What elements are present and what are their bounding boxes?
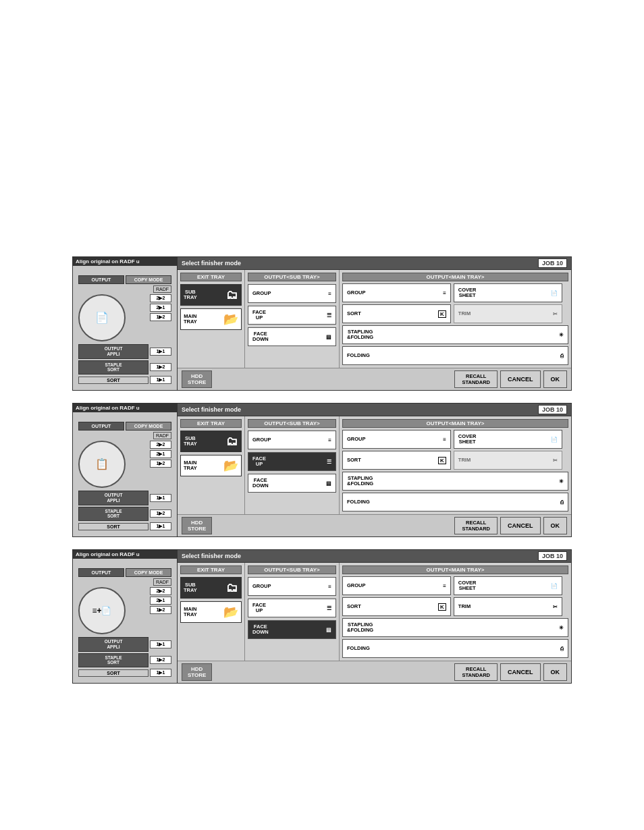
ok-btn-1[interactable]: OK (543, 370, 568, 388)
radf-row-2: RADF (78, 432, 171, 439)
counter-3-1[interactable]: 2▶2 (150, 587, 171, 595)
main-tray-btn-1[interactable]: MAIN TRAY 📂 (180, 308, 242, 330)
cover-sheet-btn-3[interactable]: COVER SHEET 📄 (454, 576, 562, 595)
trim-btn-2[interactable]: TRIM ✂ (454, 451, 562, 470)
output-appli-btn-2[interactable]: OUTPUT APPLI (78, 491, 149, 505)
sort-main-label-3: SORT (347, 604, 361, 609)
counter-3-3[interactable]: 1▶2 (150, 606, 171, 614)
group-sub-icon-3: ≡ (328, 584, 331, 590)
trim-btn-3[interactable]: TRIM ✂ (454, 597, 562, 616)
cancel-btn-2[interactable]: CANCEL (500, 517, 541, 534)
recall-standard-btn-3[interactable]: RECALL STANDARD (454, 663, 498, 681)
group-main-btn-2[interactable]: GROUP ≡ (342, 430, 451, 449)
main-tray-icon-2: 📂 (223, 458, 238, 473)
main-tray-btn-3[interactable]: MAIN TRAY 📂 (180, 601, 242, 623)
right-counters-1: 2▶2 2▶1 1▶2 (150, 294, 171, 341)
face-up-btn-2[interactable]: FACE UP ☰ (248, 452, 336, 471)
main-tray-header-2: OUTPUT<MAIN TRAY> (342, 419, 568, 428)
staple-sort-btn-3[interactable]: STAPLE SORT (78, 653, 149, 668)
counter-3-4[interactable]: 1▶1 (150, 640, 171, 648)
ok-btn-3[interactable]: OK (543, 663, 568, 681)
counter-1-2[interactable]: 2▶1 (150, 304, 171, 312)
sub-tray-header-3: OUTPUT<SUB TRAY> (248, 565, 336, 574)
cancel-btn-3[interactable]: CANCEL (500, 663, 541, 681)
hdd-store-btn-2[interactable]: HDD STORE (182, 517, 212, 534)
sort-main-btn-2[interactable]: SORT K (342, 451, 451, 470)
copy-mode-btn-2[interactable]: COPY MODE (126, 422, 171, 431)
sub-tray-btn-2[interactable]: SUB TRAY 🗂 (180, 431, 242, 452)
group-main-icon-3: ≡ (443, 583, 446, 589)
counter-2-6[interactable]: 1▶1 (150, 522, 171, 530)
circle-icon-1: 📄 (78, 294, 126, 341)
face-down-btn-1[interactable]: FACE DOWN ▤ (248, 327, 336, 346)
group-main-label-1: GROUP (347, 290, 366, 296)
group-sub-btn-2[interactable]: GROUP ≡ (248, 431, 336, 449)
counter-1-4[interactable]: 1▶1 (150, 348, 171, 356)
counter-2-4[interactable]: 1▶1 (150, 494, 171, 502)
finisher-title-2: Select finisher mode (182, 406, 241, 413)
folding-btn-2[interactable]: FOLDING ⎙ (342, 493, 568, 511)
stapling-folding-btn-1[interactable]: STAPLING &FOLDING ✳ (342, 325, 568, 344)
folding-btn-3[interactable]: FOLDING ⎙ (342, 639, 568, 658)
main-tray-btn-2[interactable]: MAIN TRAY 📂 (180, 455, 242, 476)
face-down-btn-3[interactable]: FACE DOWN ▤ (248, 620, 336, 639)
output-btn-1[interactable]: OUTPUT (78, 275, 124, 284)
output-appli-btn-1[interactable]: OUTPUT APPLI (78, 344, 149, 359)
lp-inner-2: OUTPUT COPY MODE RADF 📋 2▶2 2▶1 1▶2 (76, 420, 174, 532)
cover-sheet-label-3: COVER SHEET (458, 580, 477, 592)
ok-btn-2[interactable]: OK (543, 517, 568, 534)
group-main-btn-1[interactable]: GROUP ≡ (342, 283, 451, 302)
copy-mode-btn-3[interactable]: COPY MODE (126, 568, 171, 577)
cover-sheet-btn-2[interactable]: COVER SHEET 📄 (454, 430, 562, 449)
group-sub-btn-3[interactable]: GROUP ≡ (248, 577, 336, 596)
counter-1-5[interactable]: 1▶2 (150, 363, 171, 371)
hdd-store-btn-1[interactable]: HDD STORE (182, 370, 212, 388)
counter-3-6[interactable]: 1▶1 (150, 669, 171, 677)
counter-3-2[interactable]: 2▶1 (150, 597, 171, 605)
cancel-btn-1[interactable]: CANCEL (500, 370, 541, 388)
stapling-folding-btn-3[interactable]: STAPLING &FOLDING ✳ (342, 618, 568, 637)
trim-btn-1[interactable]: TRIM ✂ (454, 304, 562, 323)
output-btn-3[interactable]: OUTPUT (78, 568, 124, 577)
counter-2-1[interactable]: 2▶2 (150, 441, 171, 449)
group-sub-btn-1[interactable]: GROUP ≡ (248, 284, 336, 303)
counter-2-5[interactable]: 1▶2 (150, 509, 171, 518)
recall-standard-btn-1[interactable]: RECALL STANDARD (454, 370, 498, 388)
hdd-store-btn-3[interactable]: HDD STORE (182, 663, 212, 681)
recall-standard-btn-2[interactable]: RECALL STANDARD (454, 517, 498, 534)
group-main-btn-3[interactable]: GROUP ≡ (342, 576, 451, 595)
main-tray-header-1: OUTPUT<MAIN TRAY> (342, 273, 568, 281)
sort-main-btn-1[interactable]: SORT K (342, 304, 451, 323)
sub-tray-btn-3[interactable]: SUB TRAY 🗂 (180, 577, 242, 599)
main-mid-row-2: SORT K TRIM ✂ (342, 451, 568, 470)
sort-btn-3[interactable]: SORT (78, 669, 149, 677)
sort-btn-2[interactable]: SORT (78, 523, 149, 530)
sub-tray-label-2: SUB TRAY (184, 436, 197, 447)
finisher-columns-2: EXIT TRAY SUB TRAY 🗂 MAIN TRAY 📂 OUTPUT<… (178, 416, 571, 514)
folding-btn-1[interactable]: FOLDING ⎙ (342, 346, 568, 365)
counter-1-6[interactable]: 1▶1 (150, 376, 171, 384)
sub-tray-btn-1[interactable]: SUB TRAY 🗂 (180, 284, 242, 306)
copy-mode-btn-1[interactable]: COPY MODE (126, 275, 171, 284)
output-appli-btn-3[interactable]: OUTPUT APPLI (78, 637, 149, 652)
counter-1-1[interactable]: 2▶2 (150, 294, 171, 302)
counter-2-2[interactable]: 2▶1 (150, 450, 171, 458)
staple-sort-btn-2[interactable]: STAPLE SORT (78, 507, 149, 522)
sort-btn-1[interactable]: SORT (78, 377, 149, 384)
face-up-btn-3[interactable]: FACE UP ☰ (248, 599, 336, 617)
staple-sort-btn-1[interactable]: STAPLE SORT (78, 360, 149, 375)
func-btns-row-3: OUTPUT APPLI 1▶1 (78, 637, 171, 652)
counter-1-3[interactable]: 1▶2 (150, 313, 171, 321)
face-up-btn-1[interactable]: FACE UP ☰ (248, 306, 336, 325)
cover-sheet-btn-1[interactable]: COVER SHEET 📄 (454, 283, 562, 302)
sort-main-btn-3[interactable]: SORT K (342, 597, 451, 616)
sort-row-1: SORT 1▶1 (78, 376, 171, 384)
stapling-folding-btn-2[interactable]: STAPLING &FOLDING ✳ (342, 472, 568, 491)
face-down-btn-2[interactable]: FACE DOWN ▤ (248, 474, 336, 493)
output-btn-2[interactable]: OUTPUT (78, 422, 124, 431)
finisher-columns-1: EXIT TRAY SUB TRAY 🗂 MAIN TRAY 📂 OUTPUT<… (178, 269, 571, 368)
counter-2-3[interactable]: 1▶2 (150, 460, 171, 468)
group-sub-label-3: GROUP (252, 584, 271, 589)
counter-3-5[interactable]: 1▶2 (150, 656, 171, 664)
face-down-label-3: FACE DOWN (252, 624, 269, 636)
